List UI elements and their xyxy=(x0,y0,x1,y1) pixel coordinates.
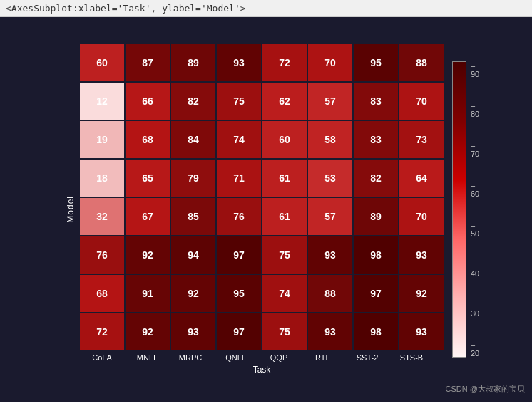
cell-r1-c7: 70 xyxy=(399,83,444,120)
cell-r4-c4: 61 xyxy=(262,198,307,235)
cell-r1-c0: 12 xyxy=(80,83,124,120)
cell-r1-c1: 66 xyxy=(126,83,170,120)
cell-r7-c0: 72 xyxy=(80,313,124,350)
x-label-2: MRPC xyxy=(168,353,213,362)
x-label-0: CoLA xyxy=(80,353,124,362)
cell-r3-c2: 79 xyxy=(171,160,215,197)
cell-r6-c2: 92 xyxy=(171,275,215,312)
x-label-5: RTE xyxy=(301,353,345,362)
x-label-7: STS-B xyxy=(389,353,434,362)
cell-r1-c2: 82 xyxy=(171,83,215,120)
cell-r7-c1: 92 xyxy=(126,313,170,350)
cell-r3-c6: 82 xyxy=(354,160,398,197)
x-label-3: QNLI xyxy=(213,353,257,362)
cell-r3-c0: 18 xyxy=(80,160,124,197)
colorbar: – 90– 80– 70– 60– 50– 40– 30– 20 xyxy=(452,61,466,358)
cell-r6-c7: 92 xyxy=(399,275,444,312)
cell-r0-c7: 88 xyxy=(399,44,444,81)
colorbar-labels: – 90– 80– 70– 60– 50– 40– 30– 20 xyxy=(471,61,479,358)
cell-r6-c6: 97 xyxy=(354,275,398,312)
cell-r0-c5: 70 xyxy=(308,44,352,81)
cell-r3-c5: 53 xyxy=(308,160,352,197)
cell-r6-c1: 91 xyxy=(126,275,170,312)
chart-container: Model 6087899372709588126682756257837019… xyxy=(0,17,532,402)
cell-r7-c5: 93 xyxy=(308,313,352,350)
heatmap-wrapper: 6087899372709588126682756257837019688474… xyxy=(80,44,444,375)
cell-r5-c6: 98 xyxy=(354,236,398,274)
cell-r4-c2: 85 xyxy=(171,198,215,235)
cell-r5-c1: 92 xyxy=(126,236,170,274)
cell-r5-c5: 93 xyxy=(308,236,352,274)
cell-r0-c3: 93 xyxy=(217,44,261,81)
cell-r4-c1: 67 xyxy=(126,198,170,235)
cell-r7-c4: 75 xyxy=(262,313,307,350)
x-label-4: QQP xyxy=(257,353,301,362)
cell-r4-c7: 70 xyxy=(399,198,444,235)
x-labels: CoLAMNLIMRPCQNLIQQPRTESST-2STS-B xyxy=(80,353,444,362)
heatmap-grid: 6087899372709588126682756257837019688474… xyxy=(80,44,444,350)
colorbar-label-0: – 90 xyxy=(471,61,479,78)
x-label-1: MNLI xyxy=(124,353,168,362)
cell-r3-c4: 61 xyxy=(262,160,307,197)
cell-r7-c3: 97 xyxy=(217,313,261,350)
cell-r1-c6: 83 xyxy=(354,83,398,120)
cell-r3-c7: 64 xyxy=(399,160,444,197)
cell-r0-c1: 87 xyxy=(126,44,170,81)
cell-r0-c0: 60 xyxy=(80,44,124,81)
cell-r2-c5: 58 xyxy=(308,121,352,158)
cell-r6-c4: 74 xyxy=(262,275,307,312)
colorbar-label-6: – 30 xyxy=(471,301,479,318)
cell-r5-c2: 94 xyxy=(171,236,215,274)
cell-r0-c4: 72 xyxy=(262,44,307,81)
colorbar-label-2: – 70 xyxy=(471,141,479,158)
cell-r4-c5: 57 xyxy=(308,198,352,235)
cell-r0-c2: 89 xyxy=(171,44,215,81)
cell-r1-c3: 75 xyxy=(217,83,261,120)
cell-r1-c4: 62 xyxy=(262,83,307,120)
colorbar-label-4: – 50 xyxy=(471,221,479,238)
cell-r2-c7: 73 xyxy=(399,121,444,158)
cell-r1-c5: 57 xyxy=(308,83,352,120)
cell-r5-c3: 97 xyxy=(217,236,261,274)
cell-r3-c1: 65 xyxy=(126,160,170,197)
cell-r0-c6: 95 xyxy=(354,44,398,81)
cell-r4-c0: 32 xyxy=(80,198,124,235)
cell-r7-c2: 93 xyxy=(171,313,215,350)
cell-r2-c4: 60 xyxy=(262,121,307,158)
cell-r2-c3: 74 xyxy=(217,121,261,158)
chart-area: Model 6087899372709588126682756257837019… xyxy=(66,44,466,375)
cell-r6-c5: 88 xyxy=(308,275,352,312)
cell-r2-c2: 84 xyxy=(171,121,215,158)
colorbar-label-3: – 60 xyxy=(471,181,479,198)
colorbar-label-5: – 40 xyxy=(471,261,479,278)
x-label-6: SST-2 xyxy=(345,353,389,362)
colorbar-gradient xyxy=(452,61,466,358)
cell-r7-c7: 93 xyxy=(399,313,444,350)
title-bar: <AxesSubplot:xlabel='Task', ylabel='Mode… xyxy=(0,0,532,17)
cell-r2-c6: 83 xyxy=(354,121,398,158)
colorbar-label-1: – 80 xyxy=(471,101,479,118)
cell-r4-c3: 76 xyxy=(217,198,261,235)
x-axis-title: Task xyxy=(80,365,444,375)
cell-r6-c3: 95 xyxy=(217,275,261,312)
cell-r2-c1: 68 xyxy=(126,121,170,158)
cell-r7-c6: 98 xyxy=(354,313,398,350)
cell-r5-c7: 93 xyxy=(399,236,444,274)
cell-r4-c6: 89 xyxy=(354,198,398,235)
cell-r3-c3: 71 xyxy=(217,160,261,197)
cell-r2-c0: 19 xyxy=(80,121,124,158)
cell-r6-c0: 68 xyxy=(80,275,124,312)
colorbar-label-7: – 20 xyxy=(471,340,479,358)
y-axis-label: Model xyxy=(66,196,76,223)
cell-r5-c0: 76 xyxy=(80,236,124,274)
cell-r5-c4: 75 xyxy=(262,236,307,274)
axes-title: <AxesSubplot:xlabel='Task', ylabel='Mode… xyxy=(6,3,246,14)
watermark: CSDN @大叔家的宝贝 xyxy=(446,384,525,395)
